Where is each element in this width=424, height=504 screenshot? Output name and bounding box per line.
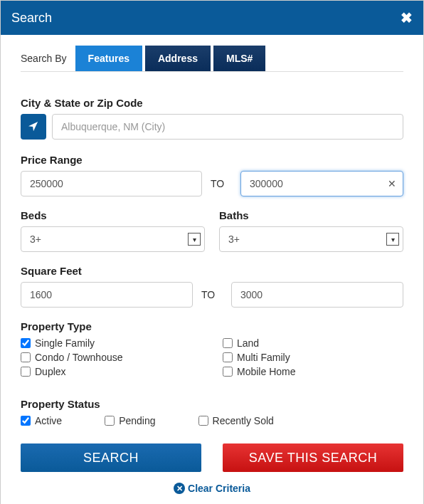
property-type-label: Property Type	[21, 320, 403, 332]
status-recently-sold-checkbox[interactable]	[198, 416, 208, 426]
tab-address[interactable]: Address	[145, 46, 211, 71]
property-status-section: Property Status Active Pending Recently …	[21, 398, 403, 429]
sqft-label: Square Feet	[21, 265, 403, 277]
sqft-to-label: TO	[201, 282, 223, 308]
baths-label: Baths	[219, 209, 403, 221]
ptype-mobile-home-checkbox[interactable]	[223, 367, 233, 377]
price-to-label: TO	[211, 171, 232, 196]
status-active-checkbox[interactable]	[21, 416, 31, 426]
sqft-section: Square Feet TO	[21, 265, 403, 308]
status-recently-sold[interactable]: Recently Sold	[198, 415, 274, 426]
ptype-col-2: Land Multi Family Mobile Home	[223, 337, 403, 380]
modal-body: Search By Features Address MLS# City & S…	[1, 35, 423, 504]
close-icon: ✖	[401, 10, 413, 26]
beds-baths-row: Beds ▾ Baths ▾	[21, 209, 403, 252]
ptype-duplex[interactable]: Duplex	[21, 366, 201, 377]
button-row: SEARCH SAVE THIS SEARCH	[21, 443, 403, 472]
tab-row: Search By Features Address MLS#	[21, 46, 403, 72]
ptype-multi-family[interactable]: Multi Family	[223, 352, 403, 363]
ptype-mobile-home[interactable]: Mobile Home	[223, 366, 403, 377]
location-section: City & State or Zip Code	[21, 97, 403, 140]
search-modal: Search ✖ Search By Features Address MLS#…	[0, 0, 424, 504]
status-active[interactable]: Active	[21, 415, 62, 426]
price-max-input[interactable]	[240, 171, 403, 196]
ptype-single-family[interactable]: Single Family	[21, 337, 201, 349]
sqft-max-input[interactable]	[231, 282, 403, 308]
clear-criteria-icon: ✕	[174, 483, 185, 494]
baths-value[interactable]	[219, 226, 403, 252]
price-min-input[interactable]	[21, 171, 202, 196]
ptype-col-1: Single Family Condo / Townhouse Duplex	[21, 337, 201, 380]
modal-header: Search ✖	[1, 1, 423, 35]
price-section: Price Range TO ✕	[21, 154, 403, 196]
location-label: City & State or Zip Code	[21, 97, 403, 109]
sqft-min-input[interactable]	[21, 282, 193, 308]
tab-mls[interactable]: MLS#	[213, 46, 265, 71]
geolocate-button[interactable]	[21, 114, 46, 140]
clear-criteria-link[interactable]: ✕ Clear Criteria	[21, 483, 403, 494]
status-pending-checkbox[interactable]	[105, 416, 115, 426]
save-search-button[interactable]: SAVE THIS SEARCH	[223, 443, 403, 472]
modal-title: Search	[11, 11, 52, 26]
tab-features[interactable]: Features	[75, 46, 142, 71]
location-arrow-icon	[28, 122, 38, 132]
clear-criteria-label: Clear Criteria	[188, 483, 250, 494]
status-pending[interactable]: Pending	[105, 415, 155, 426]
beds-select[interactable]: ▾	[21, 226, 205, 252]
ptype-condo[interactable]: Condo / Townhouse	[21, 352, 201, 363]
property-type-section: Property Type Single Family Condo / Town…	[21, 320, 403, 380]
ptype-multi-family-checkbox[interactable]	[223, 352, 233, 362]
close-button[interactable]: ✖	[401, 9, 413, 26]
ptype-duplex-checkbox[interactable]	[21, 367, 31, 377]
clear-price-max-icon[interactable]: ✕	[388, 178, 396, 189]
ptype-land[interactable]: Land	[223, 337, 403, 349]
search-by-label: Search By	[21, 53, 67, 64]
ptype-single-family-checkbox[interactable]	[21, 338, 31, 348]
search-button[interactable]: SEARCH	[21, 443, 201, 472]
ptype-condo-checkbox[interactable]	[21, 352, 31, 362]
beds-value[interactable]	[21, 226, 205, 252]
ptype-land-checkbox[interactable]	[223, 338, 233, 348]
location-input[interactable]	[52, 114, 403, 140]
beds-label: Beds	[21, 209, 205, 221]
price-label: Price Range	[21, 154, 403, 166]
baths-select[interactable]: ▾	[219, 226, 403, 252]
property-status-label: Property Status	[21, 398, 403, 410]
